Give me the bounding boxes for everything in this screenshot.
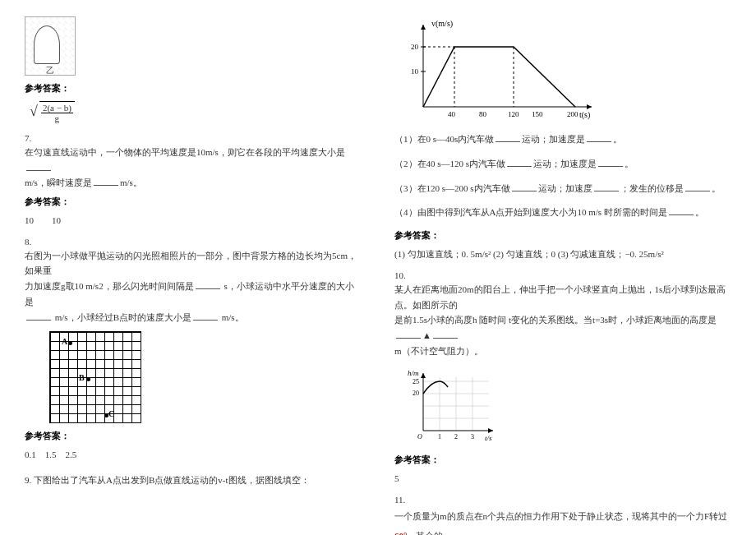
q10-text: 某人在距离地面20m的阳台上，伸出手把一个小球竖直向上抛出，1s后小球到达最高点…: [394, 282, 731, 358]
blank[interactable]: [669, 205, 694, 215]
blank[interactable]: [196, 279, 220, 289]
q9-sub4: （4）由图中得到汽车从A点开始到速度大小为10 m/s 时所需的时间是。: [394, 205, 731, 221]
q11-text-a: 一个质量为m的质点在n个共点的恒力作用下处于静止状态，现将其中的一个力F转过: [394, 511, 727, 521]
q10-line1: 某人在距离地面20m的阳台上，伸出手把一个小球竖直向上抛出，1s后小球到达最高点…: [394, 284, 726, 310]
blank[interactable]: [685, 181, 710, 191]
q10-line3: m（不计空气阻力）。: [394, 346, 483, 356]
q9-sub1-a: （1）在0 s—40s内汽车做: [394, 134, 494, 144]
blank[interactable]: [396, 328, 421, 339]
q7-text-a: 在匀速直线运动中，一个物体的平均速度是10m/s，则它在各段的平均速度大小是: [25, 147, 345, 157]
q10-line2a: 是前1.5s小球的高度h 随时间 t变化的关系图线。当t=3s时，小球距离地面的…: [394, 315, 717, 325]
q9-text: 下图给出了汽车从A点出发到B点做直线运动的v-t图线，据图线填空：: [34, 475, 310, 485]
q8-number: 8.: [25, 237, 362, 247]
svg-text:80: 80: [479, 110, 487, 118]
svg-text:3: 3: [471, 433, 474, 440]
blank[interactable]: [496, 131, 520, 142]
figure-label: 乙: [46, 65, 54, 76]
q9-sub2-a: （2）在40 s—120 s内汽车做: [394, 159, 505, 168]
q8-answer: 0.1 1.5 2.5: [25, 447, 362, 463]
svg-text:2: 2: [454, 433, 458, 440]
svg-text:25: 25: [413, 378, 419, 385]
answer-label-8: 参考答案：: [25, 430, 362, 442]
q7-text: 在匀速直线运动中，一个物体的平均速度是10m/s，则它在各段的平均速度大小是 m…: [25, 145, 362, 191]
x-axis-label: t(s): [579, 110, 590, 120]
right-column: v(m/s) t(s) 10 20 40 80 120 150 200 （1）在…: [394, 16, 731, 535]
q9-sub2: （2）在40 s—120 s内汽车做运动；加速度是。: [394, 156, 731, 173]
q8-line2a: 力加速度g取10 m/s2，那么闪光时间间隔是: [25, 281, 194, 291]
q7-text-b: m/s，瞬时速度是: [25, 178, 92, 187]
blank[interactable]: [598, 156, 623, 167]
y-axis-label: v(m/s): [431, 19, 453, 29]
svg-marker-3: [421, 25, 426, 30]
svg-text:1: 1: [438, 433, 441, 440]
svg-text:20: 20: [411, 43, 419, 51]
q9-sub3-c: ；发生的位移是: [620, 183, 684, 193]
svg-text:20: 20: [413, 390, 419, 397]
answer-label-7: 参考答案：: [25, 196, 362, 208]
q9-sub4-b: 。: [695, 207, 704, 217]
q11-text-b: ，其余的: [407, 531, 443, 535]
q8-grid-figure: A B C: [49, 331, 141, 423]
blank[interactable]: [26, 160, 51, 171]
answer-label-9: 参考答案：: [394, 229, 731, 242]
svg-text:40: 40: [448, 110, 456, 118]
q9-sub1-b: 运动；加速度是: [522, 134, 585, 144]
q10-answer: 5: [394, 471, 731, 487]
q9-sub1-c: 。: [613, 134, 622, 144]
svg-text:O: O: [417, 433, 422, 440]
q9-sub3-d: 。: [712, 183, 721, 193]
blank[interactable]: [433, 328, 458, 339]
point-c-label: C: [108, 409, 114, 418]
svg-text:10: 10: [411, 67, 419, 76]
point-b-label: B: [79, 373, 85, 382]
svg-text:200: 200: [567, 110, 579, 118]
figure-person: 乙: [25, 16, 76, 76]
answer-label-10: 参考答案：: [394, 454, 731, 466]
point-a: [68, 341, 72, 345]
q9-sub3: （3）在120 s—200 s内汽车做运动；加速度；发生的位移是。: [394, 181, 731, 197]
q8-text: 右图为一小球做平抛运动的闪光照相照片的一部分，图中背景方格的边长均为5cm，如果…: [25, 248, 362, 325]
answer-label-6: 参考答案：: [25, 82, 362, 95]
svg-marker-24: [488, 428, 493, 433]
blank[interactable]: [512, 181, 537, 191]
q10-ht-chart: h/m t/s 20 25 O 1 2 3: [403, 365, 501, 447]
left-column: 乙 参考答案： √ 2(a − b) g 7. 在匀速直线运动中，一个物体的平均…: [25, 16, 362, 535]
svg-marker-1: [587, 104, 592, 109]
q11-angle: 60°: [394, 531, 407, 535]
blank[interactable]: [587, 131, 611, 142]
blank[interactable]: [594, 181, 619, 191]
q11-text: 一个质量为m的质点在n个共点的恒力作用下处于静止状态，现将其中的一个力F转过60…: [394, 506, 731, 535]
q9-intro: 9. 下图给出了汽车从A点出发到B点做直线运动的v-t图线，据图线填空：: [25, 473, 362, 488]
q8-line3b: m/s。: [219, 312, 244, 322]
q9-number: 9.: [25, 475, 31, 485]
point-a-label: A: [62, 337, 67, 346]
formula-q6: √ 2(a − b) g: [25, 101, 362, 123]
q9-vt-chart: v(m/s) t(s) 10 20 40 80 120 150 200: [403, 16, 600, 123]
q8-line1: 右图为一小球做平抛运动的闪光照相照片的一部分，图中背景方格的边长均为5cm，如果…: [25, 251, 357, 276]
point-b: [86, 377, 90, 381]
q11-number: 11.: [394, 495, 731, 505]
blank[interactable]: [193, 310, 218, 321]
q7-text-c: m/s。: [120, 178, 142, 187]
blank[interactable]: [26, 310, 51, 321]
svg-text:120: 120: [508, 110, 519, 118]
svg-marker-26: [421, 373, 426, 378]
svg-text:150: 150: [532, 110, 543, 118]
q10-number: 10.: [394, 270, 731, 280]
svg-text:t/s: t/s: [485, 434, 492, 442]
q7-number: 7.: [25, 133, 362, 143]
formula-den: g: [41, 113, 73, 123]
triangle-marker: ▲: [422, 328, 431, 344]
q9-sub2-b: 运动；加速度是: [533, 159, 597, 168]
q7-answer: 10 10: [25, 213, 362, 228]
q9-sub3-a: （3）在120 s—200 s内汽车做: [394, 183, 510, 193]
q9-sub4-a: （4）由图中得到汽车从A点开始到速度大小为10 m/s 时所需的时间是: [394, 207, 667, 217]
svg-text:h/m: h/m: [408, 369, 419, 377]
q9-answer: (1) 匀加速直线；0. 5m/s² (2) 匀速直线；0 (3) 匀减速直线；…: [394, 247, 731, 262]
q9-sub2-c: 。: [625, 159, 634, 168]
q9-sub3-b: 运动；加速度: [538, 183, 592, 193]
formula-num: 2(a − b): [41, 103, 73, 113]
q9-sub1: （1）在0 s—40s内汽车做运动；加速度是。: [394, 131, 731, 148]
blank[interactable]: [94, 175, 118, 186]
blank[interactable]: [507, 156, 532, 167]
